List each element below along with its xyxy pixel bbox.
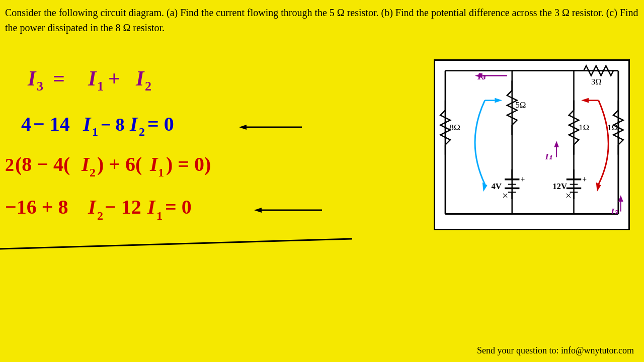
svg-text:I: I	[149, 153, 158, 175]
footer-text: Send your question to: info@wnytutor.com	[477, 345, 634, 356]
svg-text:×: ×	[502, 190, 508, 202]
svg-text:2: 2	[139, 125, 145, 138]
svg-text:2: 2	[97, 209, 103, 222]
svg-text:=: =	[53, 67, 65, 90]
circuit-diagram: 8Ω 5Ω 3Ω 1Ω 1Ω + × 4V	[434, 59, 630, 230]
svg-text:− 8: − 8	[101, 115, 125, 135]
svg-text:12V: 12V	[552, 182, 567, 191]
svg-text:− 14: − 14	[33, 113, 70, 135]
svg-text:) + 6(: ) + 6(	[97, 153, 142, 175]
svg-text:I₁: I₁	[545, 151, 552, 161]
svg-text:4: 4	[21, 113, 31, 135]
problem-statement: Consider the following circuit diagram. …	[5, 5, 639, 35]
svg-text:3: 3	[37, 79, 43, 94]
svg-text:1: 1	[158, 166, 164, 179]
svg-text:2: 2	[90, 166, 96, 179]
footer-label: Send your question to: info@wnytutor.com	[477, 345, 634, 355]
svg-text:+: +	[108, 67, 120, 90]
svg-text:(8 − 4(: (8 − 4(	[15, 153, 70, 175]
svg-text:5Ω: 5Ω	[516, 100, 526, 110]
svg-line-35	[0, 239, 352, 249]
svg-text:2: 2	[5, 155, 14, 175]
svg-text:= 0: = 0	[165, 196, 192, 218]
svg-marker-34	[254, 208, 262, 213]
svg-text:2: 2	[145, 79, 151, 94]
svg-text:I: I	[83, 113, 92, 135]
svg-text:+: +	[582, 175, 587, 184]
svg-text:4V: 4V	[491, 182, 501, 191]
svg-text:1: 1	[97, 79, 104, 94]
svg-text:) = 0): ) = 0)	[166, 153, 211, 175]
svg-text:− 12: − 12	[105, 196, 141, 218]
svg-text:I: I	[81, 153, 90, 175]
svg-text:= 0: = 0	[147, 113, 174, 135]
svg-marker-81	[554, 141, 559, 147]
svg-text:I: I	[27, 67, 37, 90]
svg-text:I: I	[88, 67, 97, 90]
svg-text:I: I	[147, 196, 156, 218]
svg-text:−16 + 8: −16 + 8	[5, 196, 68, 218]
svg-text:1Ω: 1Ω	[579, 123, 589, 132]
svg-text:I₂: I₂	[610, 206, 619, 216]
svg-text:I: I	[129, 113, 138, 135]
svg-text:I: I	[88, 196, 97, 218]
svg-text:1: 1	[92, 125, 98, 138]
svg-text:8Ω: 8Ω	[449, 122, 460, 132]
svg-text:1Ω: 1Ω	[607, 123, 618, 132]
problem-text-content: Consider the following circuit diagram. …	[5, 7, 638, 33]
svg-text:I: I	[135, 67, 145, 90]
svg-text:×: ×	[566, 190, 572, 202]
svg-text:3Ω: 3Ω	[591, 77, 602, 86]
svg-marker-17	[239, 125, 247, 130]
svg-text:+: +	[520, 175, 525, 184]
svg-text:1: 1	[156, 209, 163, 222]
svg-marker-87	[495, 98, 502, 103]
svg-marker-90	[581, 98, 589, 103]
